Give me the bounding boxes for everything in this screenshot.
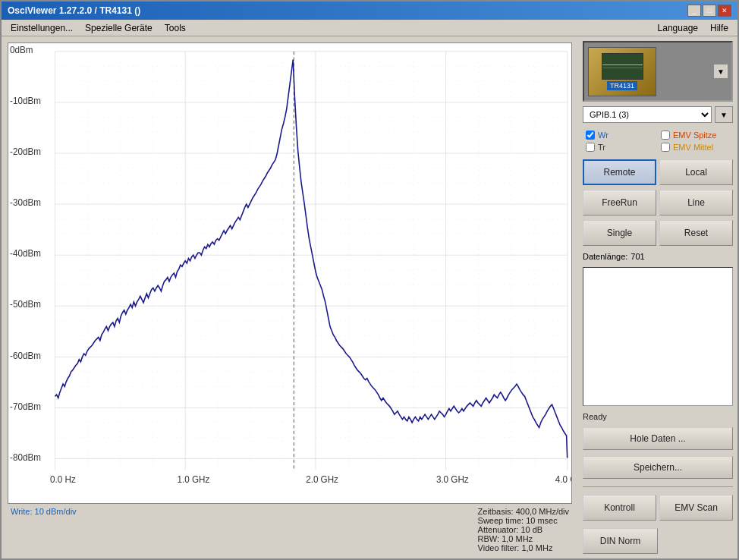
svg-text:1.0 GHz: 1.0 GHz — [178, 474, 210, 484]
emv-mittel-checkbox-item[interactable]: EMV Mittel — [661, 143, 730, 152]
tr-label: Tr — [598, 143, 605, 152]
close-button[interactable]: ✕ — [718, 5, 731, 17]
menu-tools[interactable]: Tools — [159, 21, 192, 35]
device-screen — [602, 53, 643, 80]
line-button[interactable]: Line — [659, 190, 733, 216]
speichern-button[interactable]: Speichern... — [583, 456, 733, 479]
svg-text:-10dBm: -10dBm — [10, 96, 41, 105]
svg-text:-70dBm: -70dBm — [10, 401, 41, 411]
svg-text:-50dBm: -50dBm — [10, 299, 41, 309]
menu-hilfe[interactable]: Hilfe — [704, 21, 734, 35]
window-title: OsciViewer 1.27.2.0 / TR4131 () — [8, 5, 140, 16]
chart-footer: Write: 10 dBm/div Zeitbasis: 400,0 MHz/d… — [8, 507, 572, 552]
datenlaenge-label: Datenlänge: — [583, 252, 627, 261]
freerun-button[interactable]: FreeRun — [583, 190, 656, 216]
svg-text:0.0 Hz: 0.0 Hz — [50, 474, 76, 484]
emv-spitze-checkbox[interactable] — [661, 131, 670, 140]
chart-container: 0dBm -10dBm -20dBm -30dBm -40dBm -50dBm … — [8, 42, 572, 504]
svg-text:2.0 GHz: 2.0 GHz — [306, 474, 338, 484]
svg-text:3.0 GHz: 3.0 GHz — [436, 474, 469, 484]
chart-params: Zeitbasis: 400,0 MHz/div Sweep time: 10 … — [478, 507, 569, 552]
device-label: TR4131 — [607, 81, 637, 90]
svg-text:-80dBm: -80dBm — [10, 452, 41, 462]
datenlaenge-value: 701 — [631, 252, 644, 261]
sidebar: TR4131 ▼ GPIB.1 (3) ▼ Wr EMV Spitz — [578, 36, 737, 558]
din-norm-button[interactable]: DIN Norm — [583, 528, 658, 554]
device-preview: TR4131 ▼ — [583, 41, 733, 102]
freerun-line-row: FreeRun Line — [583, 190, 733, 216]
device-image: TR4131 — [588, 47, 656, 96]
kontroll-button[interactable]: Kontroll — [583, 495, 656, 521]
menu-right: Language Hilfe — [652, 21, 734, 35]
attenuator-param: Attenuator: 10 dB — [478, 525, 569, 534]
svg-text:-30dBm: -30dBm — [10, 197, 41, 207]
svg-text:-40dBm: -40dBm — [10, 248, 41, 258]
wr-checkbox-item[interactable]: Wr — [586, 131, 655, 140]
svg-text:-60dBm: -60dBm — [10, 350, 41, 360]
emv-spitze-label: EMV Spitze — [673, 131, 716, 140]
menu-bar: Einstellungen... Spezielle Geräte Tools … — [2, 20, 737, 36]
window-controls: _ □ ✕ — [687, 5, 731, 17]
maximize-button[interactable]: □ — [703, 5, 716, 17]
checkboxes-area: Wr EMV Spitze Tr EMV Mittel — [583, 127, 733, 155]
single-button[interactable]: Single — [583, 220, 656, 246]
main-window: OsciViewer 1.27.2.0 / TR4131 () _ □ ✕ Ei… — [0, 0, 739, 560]
bottom-buttons-row1: Kontroll EMV Scan — [583, 495, 733, 521]
svg-text:0dBm: 0dBm — [10, 45, 33, 55]
remote-button[interactable]: Remote — [583, 159, 656, 185]
gpib-select[interactable]: GPIB.1 (3) — [583, 106, 712, 123]
emv-scan-button[interactable]: EMV Scan — [659, 495, 733, 521]
device-dropdown-button[interactable]: ▼ — [713, 64, 728, 79]
din-norm-row: DIN Norm — [583, 525, 733, 554]
write-label: Write: 10 dBm/div — [11, 507, 77, 516]
single-reset-row: Single Reset — [583, 220, 733, 246]
remote-local-row: Remote Local — [583, 159, 733, 185]
main-content: 0dBm -10dBm -20dBm -30dBm -40dBm -50dBm … — [2, 36, 737, 558]
tr-checkbox[interactable] — [586, 143, 595, 152]
emv-spitze-checkbox-item[interactable]: EMV Spitze — [661, 131, 730, 140]
menu-einstellungen[interactable]: Einstellungen... — [5, 21, 79, 35]
divider — [583, 486, 733, 487]
svg-text:-20dBm: -20dBm — [10, 146, 41, 156]
video-param: Video filter: 1,0 MHz — [478, 543, 569, 552]
rbw-param: RBW: 1,0 MHz — [478, 534, 569, 543]
menu-language[interactable]: Language — [652, 21, 704, 35]
wr-label: Wr — [598, 131, 608, 140]
wr-checkbox[interactable] — [586, 131, 595, 140]
svg-text:4.0 GHz: 4.0 GHz — [555, 474, 571, 484]
gpib-arrow-button[interactable]: ▼ — [715, 106, 733, 123]
hole-daten-button[interactable]: Hole Daten ... — [583, 427, 733, 450]
reset-button[interactable]: Reset — [659, 220, 733, 246]
progress-bar — [583, 267, 733, 406]
emv-mittel-label: EMV Mittel — [673, 143, 713, 152]
chart-area: 0dBm -10dBm -20dBm -30dBm -40dBm -50dBm … — [2, 36, 578, 558]
sweep-param: Sweep time: 10 msec — [478, 516, 569, 525]
title-bar: OsciViewer 1.27.2.0 / TR4131 () _ □ ✕ — [2, 2, 737, 20]
menu-spezielle-geraete[interactable]: Spezielle Geräte — [79, 21, 159, 35]
status-label: Ready — [583, 411, 733, 423]
emv-mittel-checkbox[interactable] — [661, 143, 670, 152]
minimize-button[interactable]: _ — [687, 5, 701, 17]
gpib-dropdown: GPIB.1 (3) ▼ — [583, 106, 733, 123]
svg-rect-0 — [8, 43, 571, 503]
datenlaenge-row: Datenlänge: 701 — [583, 250, 733, 263]
tr-checkbox-item[interactable]: Tr — [586, 143, 655, 152]
zeitbasis-param: Zeitbasis: 400,0 MHz/div — [478, 507, 569, 516]
spectrum-chart: 0dBm -10dBm -20dBm -30dBm -40dBm -50dBm … — [8, 43, 571, 503]
local-button[interactable]: Local — [659, 159, 733, 185]
